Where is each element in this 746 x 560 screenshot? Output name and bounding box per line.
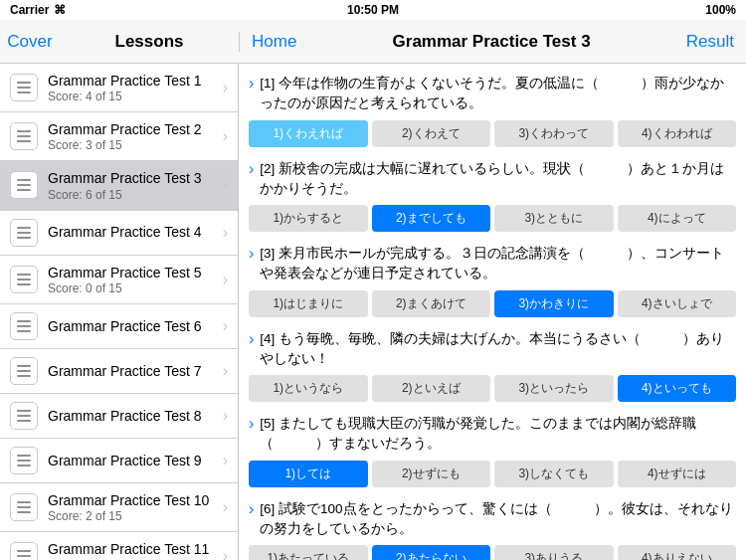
sidebar-icon-1 — [10, 74, 38, 101]
question-row-4: › [4] もう毎晩、毎晩、隣の夫婦は大げんか。本当にうるさい（ ）ありやしない… — [249, 329, 736, 370]
nav-cover-button[interactable]: Cover — [0, 32, 60, 52]
content-panel: › [1] 今年は作物の生育がよくないそうだ。夏の低温に（ ）雨が少なかったのが… — [239, 64, 746, 560]
battery-text: 100% — [705, 3, 736, 17]
list-icon — [15, 127, 33, 145]
question-row-5: › [5] またしても現職大臣の汚職が発覚した。このままでは内閣が総辞職（ ）す… — [249, 414, 736, 455]
sidebar-icon-9 — [10, 447, 38, 474]
svg-rect-28 — [17, 506, 31, 508]
option-btn-5-1[interactable]: 1)しては — [249, 461, 368, 487]
sidebar-item-11[interactable]: Grammar Practice Test 11 Score: 3 of 15 … — [0, 532, 238, 560]
svg-rect-15 — [17, 320, 31, 322]
svg-rect-25 — [17, 460, 31, 462]
sidebar-score-1: Score: 4 of 15 — [48, 90, 219, 103]
sidebar-title-3: Grammar Practice Test 3 — [48, 169, 219, 187]
sidebar-item-8[interactable]: Grammar Practice Test 8 › — [0, 394, 238, 439]
sidebar-item-3[interactable]: Grammar Practice Test 3 Score: 6 of 15 › — [0, 161, 238, 210]
option-btn-6-2[interactable]: 2)あたらない — [372, 545, 491, 560]
sidebar-score-5: Score: 0 of 15 — [48, 281, 219, 295]
sidebar-chevron-1: › — [223, 79, 228, 96]
svg-rect-9 — [17, 227, 31, 229]
sidebar-icon-10 — [10, 493, 38, 521]
option-btn-1-4[interactable]: 4)くわわれば — [618, 120, 737, 147]
question-row-6: › [6] 試験で100点をとったからって、驚くには（ ）。彼女は、それなりの努… — [249, 499, 736, 540]
option-btn-4-1[interactable]: 1)というなら — [249, 375, 368, 402]
option-btn-5-2[interactable]: 2)せずにも — [372, 461, 491, 487]
svg-rect-6 — [17, 179, 31, 181]
svg-rect-20 — [17, 375, 31, 377]
svg-rect-11 — [17, 237, 31, 239]
option-btn-4-3[interactable]: 3)といったら — [494, 375, 614, 402]
svg-rect-2 — [17, 92, 31, 93]
sidebar-title-8: Grammar Practice Test 8 — [48, 407, 219, 425]
sidebar-chevron-8: › — [223, 407, 228, 425]
sidebar-item-9[interactable]: Grammar Practice Test 9 › — [0, 439, 238, 483]
sidebar-item-10[interactable]: Grammar Practice Test 10 Score: 2 of 15 … — [0, 483, 238, 532]
sidebar-item-4[interactable]: Grammar Practice Test 4 › — [0, 211, 238, 256]
question-chevron-3: › — [249, 245, 254, 263]
option-btn-3-4[interactable]: 4)さいしょで — [618, 290, 737, 317]
svg-rect-4 — [17, 135, 31, 137]
sidebar-item-1[interactable]: Grammar Practice Test 1 Score: 4 of 15 › — [0, 64, 238, 112]
option-btn-3-3[interactable]: 3)かわきりに — [494, 290, 614, 317]
sidebar-chevron-6: › — [223, 317, 228, 335]
option-btn-4-4[interactable]: 4)といっても — [618, 375, 737, 402]
option-btn-5-4[interactable]: 4)せずには — [618, 461, 737, 487]
option-btn-2-4[interactable]: 4)によって — [618, 205, 737, 232]
sidebar-title-6: Grammar Practice Test 6 — [48, 317, 219, 335]
status-time: 10:50 PM — [347, 3, 399, 17]
list-icon — [15, 317, 33, 335]
option-btn-6-3[interactable]: 3)ありうる — [494, 545, 614, 560]
option-btn-3-1[interactable]: 1)はじまりに — [249, 290, 368, 317]
sidebar-text-4: Grammar Practice Test 4 — [48, 223, 219, 241]
question-chevron-2: › — [249, 160, 254, 178]
list-icon — [15, 452, 33, 469]
options-row-2: 1)からすると2)までしても3)とともに4)によって — [249, 205, 736, 232]
sidebar-item-6[interactable]: Grammar Practice Test 6 › — [0, 304, 238, 349]
sidebar-title-7: Grammar Practice Test 7 — [48, 362, 219, 380]
svg-rect-0 — [17, 82, 31, 84]
sidebar-chevron-10: › — [223, 498, 228, 516]
sidebar-icon-5 — [10, 266, 38, 293]
nav-bar: Cover Lessons Home Grammar Practice Test… — [0, 20, 746, 64]
option-btn-5-3[interactable]: 3)しなくても — [494, 461, 614, 487]
sidebar-chevron-11: › — [223, 547, 228, 560]
option-btn-2-2[interactable]: 2)までしても — [372, 205, 491, 232]
option-btn-3-2[interactable]: 2)まくあけて — [372, 290, 491, 317]
sidebar-title-9: Grammar Practice Test 9 — [48, 452, 219, 469]
question-chevron-4: › — [249, 330, 254, 348]
sidebar-item-2[interactable]: Grammar Practice Test 2 Score: 3 of 15 › — [0, 112, 238, 161]
options-row-4: 1)というなら2)といえば3)といったら4)といっても — [249, 375, 736, 402]
option-btn-1-2[interactable]: 2)くわえて — [372, 120, 491, 147]
question-block-6: › [6] 試験で100点をとったからって、驚くには（ ）。彼女は、それなりの努… — [249, 499, 736, 561]
option-btn-2-3[interactable]: 3)とともに — [494, 205, 614, 232]
main-content: Grammar Practice Test 1 Score: 4 of 15 ›… — [0, 64, 746, 560]
option-btn-2-1[interactable]: 1)からすると — [249, 205, 368, 232]
nav-home-button[interactable]: Home — [240, 32, 308, 52]
list-icon — [15, 498, 33, 516]
sidebar-text-7: Grammar Practice Test 7 — [48, 362, 219, 380]
sidebar-text-8: Grammar Practice Test 8 — [48, 407, 219, 425]
sidebar-chevron-3: › — [223, 176, 228, 194]
sidebar-title-2: Grammar Practice Test 2 — [48, 120, 219, 138]
sidebar: Grammar Practice Test 1 Score: 4 of 15 ›… — [0, 64, 239, 560]
question-chevron-5: › — [249, 415, 254, 433]
option-btn-1-1[interactable]: 1)くわえれば — [249, 120, 368, 147]
sidebar-icon-3 — [10, 171, 38, 199]
option-btn-6-1[interactable]: 1)あたっている — [249, 545, 368, 560]
option-btn-4-2[interactable]: 2)といえば — [372, 375, 491, 402]
sidebar-chevron-7: › — [223, 362, 228, 380]
svg-rect-19 — [17, 370, 31, 372]
option-btn-1-3[interactable]: 3)くわわって — [494, 120, 614, 147]
nav-result-button[interactable]: Result — [674, 32, 746, 52]
svg-rect-26 — [17, 465, 31, 467]
svg-rect-8 — [17, 189, 31, 191]
option-btn-6-4[interactable]: 4)ありえない — [618, 545, 737, 560]
question-row-1: › [1] 今年は作物の生育がよくないそうだ。夏の低温に（ ）雨が少なかったのが… — [249, 74, 736, 114]
sidebar-item-7[interactable]: Grammar Practice Test 7 › — [0, 349, 238, 394]
sidebar-score-2: Score: 3 of 15 — [48, 138, 219, 152]
svg-rect-17 — [17, 330, 31, 332]
svg-rect-7 — [17, 184, 31, 186]
sidebar-item-5[interactable]: Grammar Practice Test 5 Score: 0 of 15 › — [0, 256, 238, 304]
svg-rect-29 — [17, 511, 31, 513]
svg-rect-14 — [17, 283, 31, 285]
